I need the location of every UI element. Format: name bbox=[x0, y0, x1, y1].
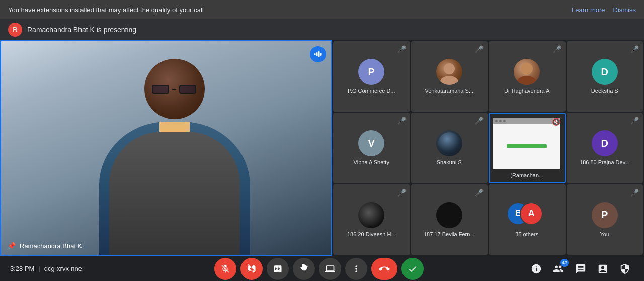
warning-links: Learn more Dismiss bbox=[572, 6, 636, 14]
raise-hand-icon bbox=[299, 264, 309, 274]
avatar-bevila bbox=[436, 202, 462, 228]
main-content: 📌 Ramachandra Bhat K 🎤 P P.G Commerce D.… bbox=[0, 40, 644, 256]
participant-tile-you[interactable]: 🎤 P You bbox=[567, 184, 643, 255]
participant-tile-bevila[interactable]: 🎤 187 17 Bevila Fern... bbox=[411, 184, 488, 255]
avatar-prajna: D bbox=[592, 130, 618, 156]
audio-bars-icon bbox=[314, 50, 322, 58]
safety-icon bbox=[619, 263, 630, 274]
more-options-button[interactable] bbox=[345, 258, 367, 280]
others-avatar-2: A bbox=[520, 202, 543, 225]
others-avatars: B A bbox=[507, 202, 547, 228]
svg-rect-3 bbox=[320, 53, 322, 56]
name-prajna: 186 80 Prajna Dev... bbox=[577, 159, 632, 165]
mute-icon-screen: 🔇 bbox=[552, 118, 560, 126]
avatar-deeksha: D bbox=[592, 59, 618, 85]
toolbar-activities-button[interactable] bbox=[594, 260, 612, 278]
more-icon bbox=[351, 264, 361, 274]
presenting-bar: R Ramachandra Bhat K is presenting bbox=[0, 19, 644, 40]
activities-button[interactable] bbox=[401, 258, 424, 280]
time-info: 3:28 PM | dcg-xrvx-nne bbox=[10, 265, 111, 272]
shakuni-photo bbox=[438, 132, 460, 154]
name-shakuni: Shakuni S bbox=[434, 159, 465, 165]
svg-point-7 bbox=[517, 76, 537, 85]
participant-tile-deeksha[interactable]: 🎤 D Deeksha S bbox=[567, 41, 643, 112]
avatar-raghavendra bbox=[514, 59, 540, 85]
captions-button[interactable] bbox=[267, 258, 289, 280]
end-call-icon bbox=[379, 263, 390, 274]
presenter-head bbox=[144, 59, 205, 119]
participant-tile-shakuni[interactable]: 🎤 Shakuni S bbox=[411, 113, 488, 183]
mute-icon-bevila: 🎤 bbox=[475, 189, 484, 197]
mute-icon-shakuni: 🎤 bbox=[475, 117, 484, 125]
mute-icon-pg: 🎤 bbox=[397, 45, 406, 53]
time-divider: | bbox=[38, 265, 40, 272]
activities-icon bbox=[597, 263, 608, 274]
mute-button[interactable] bbox=[214, 258, 236, 280]
meeting-code: dcg-xrvx-nne bbox=[44, 265, 82, 272]
participant-tile-diveesh[interactable]: 🎤 186 20 Diveesh H... bbox=[333, 184, 410, 255]
name-diveesh: 186 20 Diveesh H... bbox=[344, 231, 399, 237]
safety-button[interactable] bbox=[616, 260, 634, 278]
avatar-shakuni bbox=[436, 130, 462, 156]
people-badge: 47 bbox=[560, 259, 569, 267]
toolbar-right: 47 bbox=[527, 260, 634, 278]
chat-button[interactable] bbox=[572, 260, 590, 278]
camera-off-icon bbox=[247, 264, 257, 274]
glass-lens-left bbox=[152, 85, 169, 94]
screen-top-bar bbox=[493, 118, 560, 124]
venkataramana-photo bbox=[436, 59, 462, 85]
learn-more-link[interactable]: Learn more bbox=[572, 6, 605, 14]
people-button[interactable]: 47 bbox=[549, 260, 568, 278]
present-button[interactable] bbox=[319, 258, 341, 280]
info-button[interactable] bbox=[527, 260, 545, 278]
participant-tile-prajna[interactable]: 🎤 D 186 80 Prajna Dev... bbox=[567, 113, 643, 183]
svg-rect-1 bbox=[316, 52, 318, 56]
info-icon bbox=[531, 263, 542, 274]
name-venkataramana: Venkataramana S... bbox=[422, 88, 476, 94]
main-video-bg bbox=[1, 41, 331, 255]
audio-indicator bbox=[310, 46, 326, 62]
raise-hand-button[interactable] bbox=[293, 258, 315, 280]
svg-rect-2 bbox=[318, 51, 320, 57]
presenter-figure bbox=[89, 59, 260, 255]
warning-bar: You have extensions installed that may a… bbox=[0, 0, 644, 19]
participant-tile-others[interactable]: B A 35 others bbox=[489, 184, 566, 255]
presenter-avatar: R bbox=[8, 23, 22, 37]
name-vibha: Vibha A Shetty bbox=[351, 159, 392, 165]
bottom-toolbar: 3:28 PM | dcg-xrvx-nne bbox=[0, 256, 644, 281]
chat-icon bbox=[575, 263, 586, 274]
avatar-diveesh bbox=[358, 202, 384, 228]
svg-point-6 bbox=[521, 63, 533, 75]
participant-tile-vibha[interactable]: 🎤 V Vibha A Shetty bbox=[333, 113, 410, 183]
present-icon bbox=[325, 264, 335, 274]
mute-icon-diveesh: 🎤 bbox=[397, 189, 406, 197]
participant-tile-raghavendra[interactable]: 🎤 Dr Raghavendra A bbox=[489, 41, 566, 112]
avatar-vibha: V bbox=[358, 130, 384, 156]
participant-tile-pg[interactable]: 🎤 P P.G Commerce D... bbox=[333, 41, 410, 112]
name-you: You bbox=[597, 231, 612, 237]
dismiss-link[interactable]: Dismiss bbox=[613, 6, 636, 14]
screen-dot-3 bbox=[503, 120, 506, 122]
avatar-you: P bbox=[592, 202, 618, 228]
svg-point-5 bbox=[440, 76, 458, 85]
name-raghavendra: Dr Raghavendra A bbox=[501, 88, 553, 94]
warning-text: You have extensions installed that may a… bbox=[8, 6, 204, 14]
presenter-screen-content bbox=[493, 118, 560, 169]
screen-dot-1 bbox=[495, 120, 498, 122]
name-pg: P.G Commerce D... bbox=[345, 88, 398, 94]
mute-icon-prajna: 🎤 bbox=[630, 117, 639, 125]
mute-icon-vibha: 🎤 bbox=[397, 117, 406, 125]
name-screen: (Ramachan... bbox=[507, 172, 546, 178]
camera-button[interactable] bbox=[240, 258, 263, 280]
presenting-text: Ramachandra Bhat K is presenting bbox=[27, 26, 136, 34]
svg-rect-0 bbox=[314, 53, 316, 55]
screen-dot-2 bbox=[499, 120, 502, 122]
name-bevila: 187 17 Bevila Fern... bbox=[421, 231, 478, 237]
avatar-venkataramana bbox=[436, 59, 462, 85]
participant-tile-screen[interactable]: 🔇 (Ramachan... bbox=[489, 113, 566, 183]
name-deeksha: Deeksha S bbox=[588, 88, 621, 94]
main-video-tile: 📌 Ramachandra Bhat K bbox=[0, 40, 332, 256]
participant-tile-venkataramana[interactable]: 🎤 Venkataramana S... bbox=[411, 41, 488, 112]
end-call-button[interactable] bbox=[371, 258, 397, 280]
toolbar-center bbox=[111, 258, 527, 280]
